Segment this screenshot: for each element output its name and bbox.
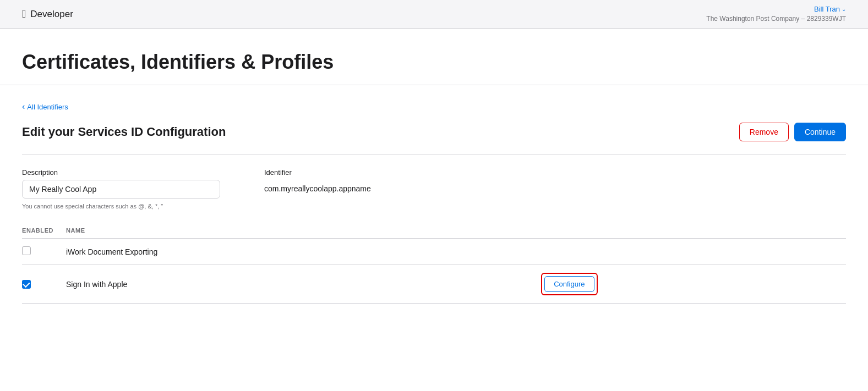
content-area: All Identifiers Edit your Services ID Co… [0, 85, 868, 320]
app-header:  Developer Bill Tran ⌄ The Washington P… [0, 0, 868, 29]
col-action-header [541, 223, 846, 239]
identifier-value: com.myreallycoolapp.appname [264, 180, 371, 193]
description-hint: You cannot use special characters such a… [22, 203, 220, 210]
row-action-cell: Configure [541, 265, 846, 304]
service-name-text: iWork Document Exporting [66, 247, 157, 256]
apple-logo-icon:  [22, 8, 26, 20]
user-name-text: Bill Tran [814, 4, 840, 14]
services-table: Enabled Name iWork Document Exporting [22, 223, 846, 304]
header-user-info: Bill Tran ⌄ The Washington Post Company … [706, 4, 846, 24]
chevron-down-icon: ⌄ [842, 5, 846, 13]
back-link[interactable]: All Identifiers [22, 102, 68, 112]
services-table-body: iWork Document Exporting Sign In with Ap… [22, 239, 846, 304]
col-enabled-header: Enabled [22, 223, 66, 239]
configure-button[interactable]: Configure [544, 276, 594, 292]
continue-button[interactable]: Continue [794, 123, 846, 141]
table-row: iWork Document Exporting [22, 239, 846, 265]
header-logo-group:  Developer [22, 8, 73, 20]
company-name-text: The Washington Post Company – 2829339WJT [706, 14, 846, 24]
configure-button-wrapper: Configure [541, 273, 597, 295]
section-header-row: Edit your Services ID Configuration Remo… [22, 123, 846, 141]
section-title: Edit your Services ID Configuration [22, 125, 226, 139]
identifier-group: Identifier com.myreallycoolapp.appname [264, 168, 371, 210]
row-action-cell [541, 239, 846, 265]
checkbox-checked-icon[interactable] [22, 280, 31, 289]
description-input[interactable] [22, 180, 220, 199]
form-row: Description You cannot use special chara… [22, 168, 846, 210]
developer-label: Developer [30, 9, 73, 20]
table-row: Sign In with Apple Configure [22, 265, 846, 304]
page-header: Certificates, Identifiers & Profiles [0, 29, 868, 85]
services-table-head: Enabled Name [22, 223, 846, 239]
main-content: Certificates, Identifiers & Profiles All… [0, 29, 868, 391]
identifier-label: Identifier [264, 168, 371, 177]
row-name-cell: Sign In with Apple [66, 265, 541, 304]
user-name-button[interactable]: Bill Tran ⌄ [814, 4, 846, 14]
description-label: Description [22, 168, 220, 177]
checkbox-unchecked-icon[interactable] [22, 246, 31, 255]
action-buttons: Remove Continue [739, 123, 846, 141]
row-enabled-cell [22, 265, 66, 304]
col-name-header: Name [66, 223, 541, 239]
remove-button[interactable]: Remove [739, 123, 789, 141]
form-divider [22, 155, 846, 155]
description-group: Description You cannot use special chara… [22, 168, 220, 210]
row-name-cell: iWork Document Exporting [66, 239, 541, 265]
service-name-text: Sign In with Apple [66, 280, 127, 289]
row-enabled-cell [22, 239, 66, 265]
services-table-header-row: Enabled Name [22, 223, 846, 239]
page-title: Certificates, Identifiers & Profiles [22, 51, 846, 74]
